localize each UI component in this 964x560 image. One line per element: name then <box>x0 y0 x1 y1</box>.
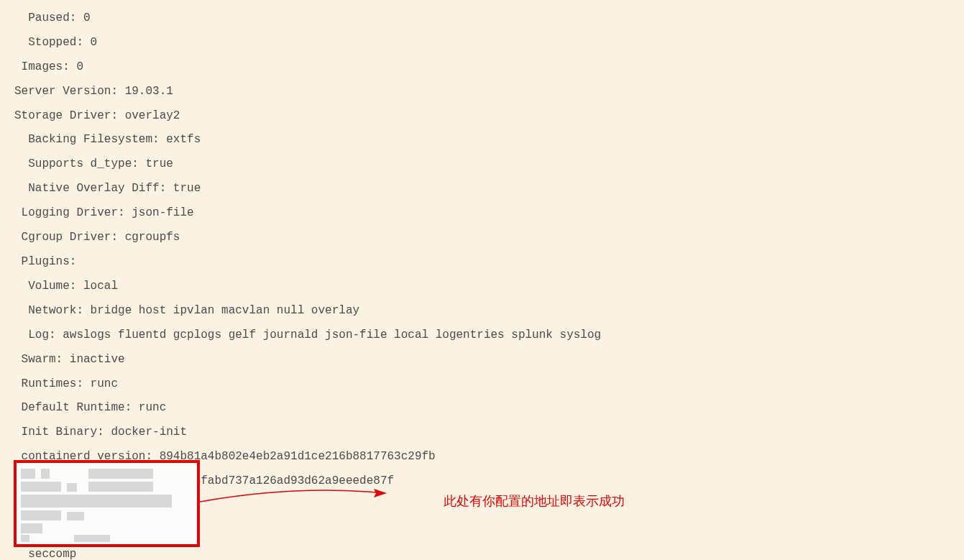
redacted-registries-box <box>14 460 200 547</box>
terminal-line: Storage Driver: overlay2 <box>14 110 950 122</box>
terminal-line: seccomp <box>14 548 950 560</box>
terminal-line: Server Version: 19.03.1 <box>14 86 950 98</box>
terminal-line: Plugins: <box>14 256 950 268</box>
terminal-line: Backing Filesystem: extfs <box>14 134 950 146</box>
terminal-line: Images: 0 <box>14 61 950 73</box>
terminal-line: Stopped: 0 <box>14 37 950 49</box>
terminal-line: Cgroup Driver: cgroupfs <box>14 231 950 244</box>
terminal-line: Network: bridge host ipvlan macvlan null… <box>14 305 950 317</box>
terminal-line: Default Runtime: runc <box>14 402 950 414</box>
redacted-content <box>17 463 197 544</box>
annotation-label: 此处有你配置的地址即表示成功 <box>444 495 625 508</box>
terminal-line: Swarm: inactive <box>14 354 950 366</box>
terminal-line: Logging Driver: json-file <box>14 207 950 219</box>
terminal-line: Volume: local <box>14 280 950 293</box>
terminal-line: Native Overlay Diff: true <box>14 183 950 195</box>
terminal-line: Paused: 0 <box>14 12 950 24</box>
terminal-final-line: Registry Mirrors: <box>14 548 139 560</box>
terminal-line: Runtimes: runc <box>14 378 950 390</box>
terminal-line: Log: awslogs fluentd gcplogs gelf journa… <box>14 329 950 341</box>
terminal-line: Supports d_type: true <box>14 158 950 170</box>
terminal-line: Init Binary: docker-init <box>14 426 950 439</box>
